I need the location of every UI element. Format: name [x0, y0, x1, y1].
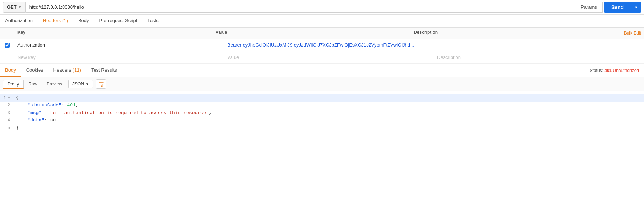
format-preview-button[interactable]: Preview — [42, 80, 67, 88]
method-label: GET — [7, 4, 17, 10]
response-section: Body Cookies Headers (11) Test Results S… — [0, 64, 644, 164]
status-area: Status: 401 Unauthorized — [585, 68, 644, 73]
line-number: 4 — [0, 117, 15, 124]
json-chevron-icon: ▼ — [85, 82, 89, 86]
response-body-toolbar: Pretty Raw Preview JSON ▼ — [0, 77, 644, 91]
tab-headers[interactable]: Headers (1) — [38, 15, 73, 27]
resp-tab-headers[interactable]: Headers (11) — [48, 64, 86, 77]
new-description-input[interactable]: Description — [434, 52, 644, 62]
url-input[interactable] — [26, 2, 576, 13]
row-value: Bearer eyJhbGciOiJIUzUxMiJ9.eyJzdWIiOiJ7… — [224, 40, 434, 50]
resp-tab-test-results[interactable]: Test Results — [86, 64, 122, 77]
tab-pre-request[interactable]: Pre-request Script — [94, 15, 143, 27]
response-tabs-bar: Body Cookies Headers (11) Test Results S… — [0, 64, 644, 77]
method-chevron-icon: ▼ — [18, 5, 22, 9]
row-checkbox-cell — [0, 43, 15, 48]
line-number: 3 — [0, 109, 15, 117]
row-checkbox[interactable] — [5, 43, 10, 48]
col-key: Key — [15, 30, 213, 36]
code-line: 5 } — [0, 124, 644, 132]
code-line: 4 "data": null — [0, 117, 644, 124]
resp-tab-body[interactable]: Body — [0, 64, 21, 77]
headers-table-header: Key Value Description ··· Bulk Edit — [0, 28, 644, 39]
line-content: "statusCode": 401, — [15, 102, 644, 109]
top-bar: GET ▼ Params Send ▼ — [0, 0, 644, 15]
send-dropdown-button[interactable]: ▼ — [631, 2, 641, 13]
line-number: 1 ▾ — [0, 94, 15, 101]
line-content: { — [15, 94, 644, 102]
headers-section: Key Value Description ··· Bulk Edit Auth… — [0, 28, 644, 64]
more-options-button[interactable]: ··· — [609, 30, 621, 36]
format-raw-button[interactable]: Raw — [24, 80, 42, 88]
status-code: 401 — [604, 68, 612, 73]
request-tabs: Authorization Headers (1) Body Pre-reque… — [0, 15, 644, 28]
resp-tab-cookies[interactable]: Cookies — [21, 64, 48, 77]
send-btn-group: Send ▼ — [604, 2, 641, 13]
code-line: 2 "statusCode": 401, — [0, 102, 644, 109]
send-button[interactable]: Send — [604, 2, 631, 13]
code-line: 3 "msg": "Full authentication is require… — [0, 109, 644, 117]
col-description: Description — [411, 30, 609, 36]
status-text: Unauthorized — [613, 68, 639, 73]
header-actions: ··· Bulk Edit — [609, 30, 644, 36]
bulk-edit-button[interactable]: Bulk Edit — [621, 31, 644, 36]
fold-arrow[interactable]: 1 ▾ — [4, 96, 10, 100]
response-body-code: 1 ▾ { 2 "statusCode": 401, 3 "msg": "Ful… — [0, 91, 644, 164]
code-line: 1 ▾ { — [0, 94, 644, 102]
line-content: "data": null — [15, 117, 644, 124]
line-content: } — [15, 124, 644, 132]
new-key-input[interactable]: New key — [15, 52, 224, 62]
format-pretty-button[interactable]: Pretty — [3, 80, 24, 89]
new-value-input[interactable]: Value — [224, 52, 434, 62]
new-header-row: New key Value Description — [0, 51, 644, 64]
tab-authorization[interactable]: Authorization — [0, 15, 38, 27]
method-select[interactable]: GET ▼ — [3, 2, 26, 13]
line-number: 2 — [0, 102, 15, 109]
col-value: Value — [213, 30, 411, 36]
tab-body[interactable]: Body — [73, 15, 94, 27]
row-description — [434, 43, 644, 47]
row-key: Authorization — [15, 40, 224, 50]
line-number: 5 — [0, 124, 15, 132]
tab-tests[interactable]: Tests — [142, 15, 163, 27]
wrap-button[interactable] — [96, 79, 106, 89]
table-row: Authorization Bearer eyJhbGciOiJIUzUxMiJ… — [0, 39, 644, 51]
format-json-select[interactable]: JSON ▼ — [68, 80, 93, 88]
params-button[interactable]: Params — [576, 2, 603, 13]
line-content: "msg": "Full authentication is required … — [15, 109, 644, 117]
wrap-icon — [98, 81, 104, 87]
col-check — [0, 30, 15, 36]
